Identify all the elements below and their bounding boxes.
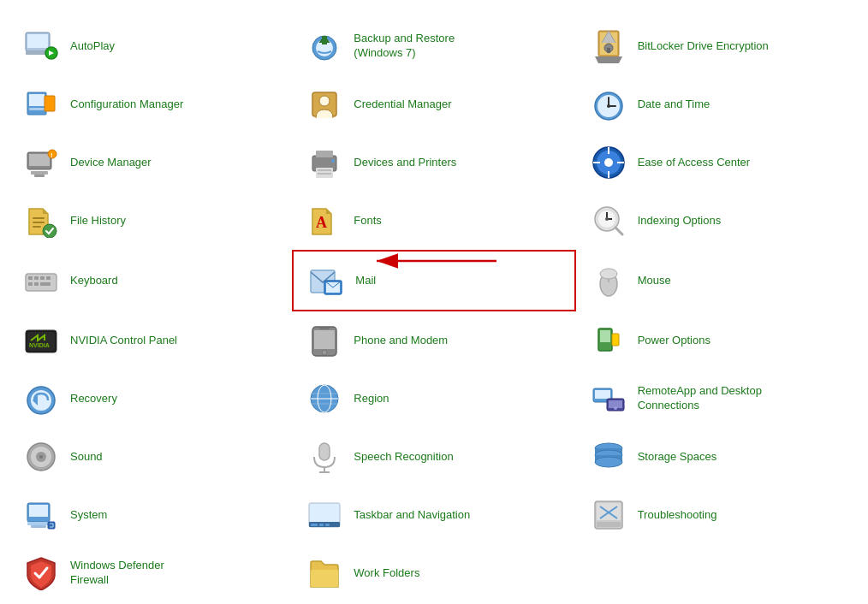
svg-rect-33 [318,173,331,175]
svg-rect-43 [33,222,45,223]
svg-rect-1 [27,34,48,48]
indexing-options-label: Indexing Options [638,214,722,228]
recovery-label: Recovery [70,392,117,406]
date-time-label: Date and Time [638,98,710,112]
svg-rect-78 [600,344,610,347]
fonts-label: Fonts [354,214,382,228]
device-manager-label: Device Manager [70,156,152,170]
svg-rect-120 [311,570,338,587]
keyboard-icon [21,260,62,301]
svg-text:A: A [316,214,327,231]
svg-rect-109 [48,522,55,529]
svg-rect-42 [33,217,45,219]
windows-defender-icon [21,553,62,594]
bitlocker-icon [588,26,629,67]
svg-rect-107 [27,522,50,525]
item-autoplay[interactable]: AutoPlay [9,17,292,75]
svg-point-68 [600,269,617,279]
mouse-label: Mouse [638,274,671,288]
item-devices-printers[interactable]: Devices and Printers [292,133,575,192]
item-ease-of-access[interactable]: Ease of Access Center [576,133,859,192]
svg-point-22 [607,104,610,108]
backup-restore-label: Backup and Restore (Windows 7) [354,32,455,61]
ease-of-access-label: Ease of Access Center [638,156,751,170]
svg-rect-77 [600,330,610,342]
item-speech-recognition[interactable]: Speech Recognition [292,428,575,486]
item-windows-defender[interactable]: Windows Defender Firewall [9,544,292,602]
file-history-label: File History [70,214,126,228]
item-backup-restore[interactable]: Backup and Restore (Windows 7) [292,17,575,75]
item-file-history[interactable]: File History [9,192,292,250]
item-sound[interactable]: Sound [9,428,292,486]
svg-rect-25 [31,171,48,175]
svg-rect-114 [325,524,330,526]
item-fonts[interactable]: A Fonts [292,192,575,250]
svg-rect-106 [29,505,48,517]
svg-rect-89 [595,390,610,399]
indexing-options-icon [588,200,629,241]
backup-restore-icon [304,26,345,67]
speech-recognition-label: Speech Recognition [354,450,453,465]
item-phone-modem[interactable]: Phone and Modem [292,311,575,370]
item-mail[interactable]: Mail [292,250,575,311]
svg-rect-7 [322,36,327,44]
sound-icon [21,436,62,477]
svg-point-51 [605,217,609,221]
item-device-manager[interactable]: ! Device Manager [9,133,292,192]
autoplay-icon [21,26,62,67]
mail-icon [306,260,347,301]
item-power-options[interactable]: Power Options [576,311,859,370]
system-icon [21,494,62,536]
svg-rect-24 [29,154,50,166]
mouse-icon [588,260,629,301]
credential-manager-icon [304,84,345,125]
svg-point-45 [43,224,56,238]
mail-label: Mail [355,274,376,288]
autoplay-label: AutoPlay [70,39,115,54]
item-credential-manager[interactable]: Credential Manager [292,75,575,133]
item-keyboard[interactable]: Keyboard [9,250,292,311]
item-remoteapp[interactable]: RemoteApp and Desktop Connections [576,370,859,428]
svg-rect-75 [319,328,330,329]
item-troubleshooting[interactable]: Troubleshooting [576,486,859,544]
item-date-time[interactable]: Date and Time [576,75,859,133]
item-work-folders[interactable]: Work Folders [292,544,575,602]
item-bitlocker[interactable]: BitLocker Drive Encryption [576,17,859,75]
item-nvidia[interactable]: NVIDIA NVIDIA Control Panel [9,311,292,370]
remoteapp-icon [588,378,629,419]
svg-rect-117 [597,522,621,527]
item-taskbar[interactable]: Taskbar and Navigation [292,486,575,544]
item-indexing-options[interactable]: Indexing Options [576,192,859,250]
control-panel-grid: AutoPlay Backup and Restore (Windows 7) … [9,17,859,602]
taskbar-label: Taskbar and Navigation [354,508,470,523]
svg-rect-26 [34,175,45,177]
svg-point-92 [614,406,617,410]
nvidia-icon: NVIDIA [21,320,62,361]
item-mouse[interactable]: Mouse [576,250,859,311]
svg-point-74 [322,350,327,355]
bitlocker-label: BitLocker Drive Encryption [638,39,769,54]
svg-rect-113 [319,524,324,526]
item-recovery[interactable]: Recovery [9,370,292,428]
svg-rect-79 [612,334,619,346]
svg-text:!: ! [51,151,53,159]
svg-rect-57 [46,276,51,280]
item-configuration-manager[interactable]: Configuration Manager [9,75,292,133]
work-folders-icon [304,553,345,594]
svg-line-52 [615,228,622,234]
work-folders-label: Work Folders [354,566,419,581]
svg-rect-14 [29,108,45,110]
svg-point-96 [39,455,43,459]
svg-point-34 [331,159,335,163]
item-system[interactable]: System [9,486,292,544]
item-storage-spaces[interactable]: Storage Spaces [576,428,859,486]
storage-spaces-label: Storage Spaces [638,450,717,465]
svg-rect-15 [45,96,55,111]
item-region[interactable]: Region [292,370,575,428]
phone-modem-icon [304,320,345,361]
credential-manager-label: Credential Manager [354,98,451,112]
fonts-icon: A [304,200,345,241]
system-label: System [70,508,107,523]
svg-point-104 [595,457,622,467]
taskbar-icon [304,494,345,536]
